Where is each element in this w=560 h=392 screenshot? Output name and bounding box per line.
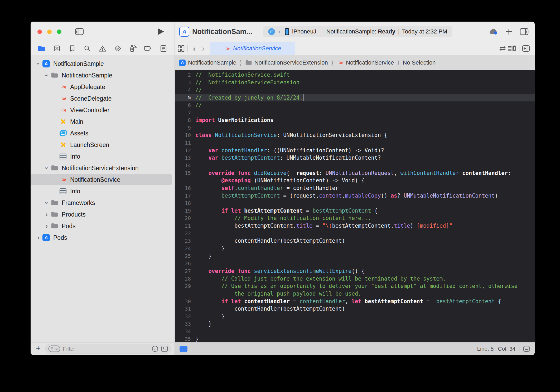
tree-item-notificationsample[interactable]: ›ANotificationSample bbox=[31, 58, 175, 70]
source-editor[interactable]: 2// NotificationService.swift3// Notific… bbox=[175, 70, 535, 342]
toolbar: A NotificationSam... E › iPhoneuJ Notifi… bbox=[31, 22, 535, 42]
code-line-18[interactable]: 18 bbox=[175, 199, 535, 207]
code-line-3[interactable]: 3// NotificationServiceExtension bbox=[175, 79, 535, 86]
tree-item-appdelegate[interactable]: AppDelegate bbox=[31, 81, 175, 93]
source-control-filter-icon[interactable] bbox=[161, 345, 168, 352]
recent-files-icon[interactable] bbox=[152, 345, 158, 352]
tree-item-launchscreen[interactable]: LaunchScreen bbox=[31, 139, 175, 151]
code-line-2[interactable]: 2// NotificationService.swift bbox=[175, 71, 535, 79]
disclosure-down-icon[interactable]: › bbox=[43, 165, 51, 171]
tree-item-frameworks[interactable]: ›Frameworks bbox=[31, 197, 175, 209]
code-line-35[interactable]: 35} bbox=[175, 335, 535, 342]
add-button[interactable] bbox=[503, 26, 515, 37]
code-line-31[interactable]: 31 contentHandler(bestAttemptContent) bbox=[175, 305, 535, 313]
issues-navigator-icon[interactable] bbox=[97, 43, 108, 54]
bookmarks-navigator-icon[interactable] bbox=[67, 43, 78, 54]
inspector-toggle-icon[interactable] bbox=[518, 26, 530, 37]
run-destination[interactable]: iPhoneuJ bbox=[292, 28, 316, 35]
project-navigator-icon[interactable] bbox=[36, 43, 47, 54]
disclosure-right-icon[interactable]: › bbox=[34, 234, 42, 241]
line-number: 26 bbox=[175, 261, 195, 266]
code-line-29[interactable]: 29 // Use this as an opportunity to deli… bbox=[175, 282, 535, 290]
code-review-icon[interactable] bbox=[499, 45, 506, 52]
code-line-21[interactable]: 21 bestAttemptContent.title = "\(bestAtt… bbox=[175, 222, 535, 230]
code-line-33[interactable]: 33 } bbox=[175, 320, 535, 328]
tree-item-main[interactable]: Main bbox=[31, 116, 175, 128]
editor-tab-notificationservice[interactable]: NotificationService bbox=[210, 42, 295, 55]
run-button[interactable] bbox=[155, 26, 167, 37]
reports-navigator-icon[interactable] bbox=[158, 43, 169, 54]
disclosure-down-icon[interactable]: › bbox=[43, 200, 51, 206]
tree-item-scenedelegate[interactable]: SceneDelegate bbox=[31, 93, 175, 104]
tree-item-info[interactable]: Info bbox=[31, 185, 175, 197]
code-line-13[interactable]: 13 var bestAttemptContent: UNMutableNoti… bbox=[175, 154, 535, 162]
cloud-icon[interactable] bbox=[488, 26, 499, 37]
code-line-23[interactable]: 23 contentHandler(bestAttemptContent) bbox=[175, 237, 535, 245]
code-line-22[interactable]: 22 bbox=[175, 229, 535, 237]
disclosure-right-icon[interactable]: › bbox=[43, 223, 51, 229]
code-line-wrap[interactable]: @escaping (UNNotificationContent) -> Voi… bbox=[175, 177, 535, 184]
code-line-30[interactable]: 30 if let contentHandler = contentHandle… bbox=[175, 297, 535, 305]
breadcrumb-item[interactable]: NotificationService bbox=[337, 59, 394, 66]
tree-item-assets[interactable]: Assets bbox=[31, 128, 175, 139]
code-line-17[interactable]: 17 bestAttemptContent = (request.content… bbox=[175, 192, 535, 199]
editor-options-icon[interactable] bbox=[508, 45, 516, 52]
code-line-11[interactable]: 11 bbox=[175, 139, 535, 147]
editor-mode-icon[interactable] bbox=[523, 346, 530, 352]
breadcrumb-item[interactable]: No Selection bbox=[403, 59, 436, 66]
close-button[interactable] bbox=[37, 30, 42, 34]
breadcrumb-item[interactable]: NotificationServiceExtension bbox=[245, 59, 328, 66]
code-line-12[interactable]: 12 var contentHandler: ((UNNotificationC… bbox=[175, 146, 535, 154]
disclosure-down-icon[interactable]: › bbox=[43, 72, 51, 79]
code-line-wrap[interactable]: the original push payload will be used. bbox=[175, 290, 535, 298]
code-line-10[interactable]: 10class NotificationService: UNNotificat… bbox=[175, 131, 535, 139]
disclosure-right-icon[interactable]: › bbox=[43, 211, 51, 218]
code-line-7[interactable]: 7 bbox=[175, 109, 535, 116]
code-line-25[interactable]: 25 } bbox=[175, 252, 535, 260]
tree-item-pods[interactable]: ›Pods bbox=[31, 220, 175, 232]
filter-field[interactable]: Filter bbox=[45, 344, 171, 354]
code-line-28[interactable]: 28 // Called just before the extension w… bbox=[175, 275, 535, 282]
breakpoints-navigator-icon[interactable] bbox=[143, 43, 153, 54]
tree-item-info[interactable]: Info bbox=[31, 151, 175, 162]
related-items-icon[interactable] bbox=[177, 45, 185, 52]
zoom-button[interactable] bbox=[57, 30, 61, 34]
code-line-26[interactable]: 26 bbox=[175, 260, 535, 267]
debug-navigator-icon[interactable] bbox=[128, 43, 138, 54]
forward-button[interactable]: › bbox=[199, 44, 207, 53]
tree-item-products[interactable]: ›Products bbox=[31, 209, 175, 220]
breadcrumb-item[interactable]: ANotificationSample bbox=[179, 59, 236, 66]
minimize-button[interactable] bbox=[47, 30, 52, 34]
code-line-27[interactable]: 27 override func serviceExtensionTimeWil… bbox=[175, 267, 535, 275]
code-line-9[interactable]: 9 bbox=[175, 124, 535, 131]
code-line-5[interactable]: 5// Created by junely on 8/12/24. bbox=[175, 94, 535, 101]
focus-mode-chip[interactable] bbox=[180, 346, 187, 352]
code-line-34[interactable]: 34 bbox=[175, 328, 535, 335]
text-cursor bbox=[303, 94, 303, 101]
source-control-navigator-icon[interactable] bbox=[52, 43, 62, 54]
code-line-19[interactable]: 19 if let bestAttemptContent = bestAttem… bbox=[175, 207, 535, 215]
back-button[interactable]: ‹ bbox=[190, 44, 198, 53]
line-number: 3 bbox=[175, 80, 195, 85]
tree-item-notificationservice[interactable]: NotificationService bbox=[31, 174, 175, 185]
tree-item-pods[interactable]: ›APods bbox=[31, 232, 175, 243]
add-file-button[interactable]: + bbox=[34, 344, 42, 353]
tree-item-viewcontroller[interactable]: ViewController bbox=[31, 104, 175, 116]
tree-item-notificationsample[interactable]: ›NotificationSample bbox=[31, 70, 175, 81]
code-line-16[interactable]: 16 self.contentHandler = contentHandler bbox=[175, 184, 535, 192]
code-line-14[interactable]: 14 bbox=[175, 162, 535, 169]
disclosure-down-icon[interactable]: › bbox=[34, 61, 42, 67]
scheme-selector[interactable]: E › iPhoneuJ NotificationSample: Ready |… bbox=[263, 26, 452, 37]
code-line-20[interactable]: 20 // Modify the notification content he… bbox=[175, 214, 535, 222]
add-editor-icon[interactable] bbox=[522, 45, 530, 52]
code-line-8[interactable]: 8import UserNotifications bbox=[175, 116, 535, 124]
tree-item-notificationserviceextension[interactable]: ›NotificationServiceExtension bbox=[31, 162, 175, 174]
code-line-24[interactable]: 24 } bbox=[175, 245, 535, 252]
tests-navigator-icon[interactable] bbox=[113, 43, 123, 54]
code-line-32[interactable]: 32 } bbox=[175, 313, 535, 320]
code-line-15[interactable]: 15 override func didReceive(_ request: U… bbox=[175, 169, 535, 177]
code-line-6[interactable]: 6// bbox=[175, 101, 535, 109]
code-line-4[interactable]: 4// bbox=[175, 86, 535, 94]
find-navigator-icon[interactable] bbox=[82, 43, 93, 54]
navigator-toggle-icon[interactable] bbox=[74, 26, 85, 37]
